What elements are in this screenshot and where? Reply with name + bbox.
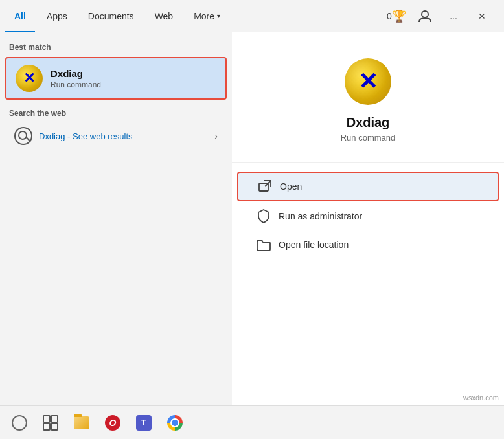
close-button[interactable]: ✕ — [470, 5, 494, 28]
detail-app-name: Dxdiag — [347, 115, 390, 130]
app-detail: Dxdiag Run command — [232, 32, 504, 163]
svg-rect-4 — [51, 416, 58, 422]
web-section-label: Search the web — [0, 105, 232, 120]
web-search-item[interactable]: Dxdiag - See web results › — [5, 122, 227, 150]
person-icon — [418, 9, 432, 23]
tab-apps[interactable]: Apps — [38, 6, 76, 27]
action-open-file-location[interactable]: Open file location — [237, 231, 499, 258]
detail-dxdiag-icon — [345, 58, 391, 105]
svg-rect-5 — [43, 423, 50, 430]
taskbar-chrome[interactable] — [161, 409, 189, 437]
taskbar-file-explorer[interactable] — [67, 409, 96, 437]
dxdiag-icon — [16, 65, 43, 92]
match-sub: Run command — [51, 80, 101, 89]
action-open[interactable]: Open — [237, 172, 499, 201]
right-panel: 0 🏆 ... ✕ Dxdiag Run command — [232, 0, 504, 439]
match-info: Dxdiag Run command — [51, 68, 101, 89]
web-arrow-icon: › — [214, 131, 218, 141]
watermark: wsxdn.com — [463, 394, 499, 401]
badge-count: 0 — [387, 11, 392, 21]
tab-all[interactable]: All — [5, 6, 35, 27]
best-match-label: Best match — [0, 39, 232, 54]
results-area: Best match Dxdiag Run command Search the… — [0, 32, 232, 405]
search-stick — [26, 137, 31, 142]
shield-icon — [257, 209, 271, 223]
chrome-icon — [167, 415, 183, 431]
actions-list: Open Run as administrator Open file loca… — [232, 163, 504, 267]
tab-more[interactable]: More — [185, 6, 229, 27]
task-view-icon — [43, 415, 58, 431]
opera-icon: O — [105, 415, 120, 431]
open-svg-icon — [258, 180, 271, 193]
taskbar-opera[interactable]: O — [98, 409, 127, 437]
detail-app-sub: Run command — [341, 133, 396, 142]
web-item-suffix: - See web results — [65, 131, 132, 141]
taskbar-search-button[interactable] — [5, 409, 34, 437]
search-circle-icon — [12, 415, 27, 431]
open-icon — [258, 179, 272, 194]
svg-point-0 — [422, 11, 428, 17]
open-label: Open — [280, 181, 302, 192]
svg-rect-3 — [43, 416, 50, 422]
taskbar: O T — [0, 405, 504, 439]
search-icon — [14, 127, 32, 145]
taskbar-teams[interactable]: T — [130, 409, 158, 437]
right-panel-header-bar: 0 🏆 ... ✕ — [232, 0, 504, 32]
folder-open-icon — [257, 238, 271, 252]
best-match-item[interactable]: Dxdiag Run command — [5, 57, 227, 100]
tab-web[interactable]: Web — [146, 6, 183, 27]
search-panel: All Apps Documents Web More Best match D… — [0, 0, 232, 439]
web-section: Search the web Dxdiag - See web results … — [0, 105, 232, 150]
tabs-bar: All Apps Documents Web More — [0, 0, 232, 32]
web-item-text: Dxdiag - See web results — [39, 131, 133, 141]
web-item-query: Dxdiag — [39, 131, 65, 141]
shield-svg-icon — [258, 209, 269, 223]
svg-rect-6 — [51, 423, 58, 430]
match-name: Dxdiag — [51, 68, 101, 79]
run-as-admin-label: Run as administrator — [279, 211, 362, 221]
folder-svg-icon — [257, 238, 271, 251]
teams-icon: T — [136, 415, 152, 431]
badge-icon[interactable]: 0 🏆 — [385, 5, 408, 28]
open-file-location-label: Open file location — [279, 240, 349, 250]
ellipsis-button[interactable]: ... — [442, 5, 465, 28]
taskbar-task-view[interactable] — [36, 409, 65, 437]
profile-icon[interactable] — [413, 5, 437, 28]
action-run-as-admin[interactable]: Run as administrator — [237, 203, 499, 230]
file-explorer-icon — [74, 416, 89, 429]
tab-documents[interactable]: Documents — [79, 6, 143, 27]
